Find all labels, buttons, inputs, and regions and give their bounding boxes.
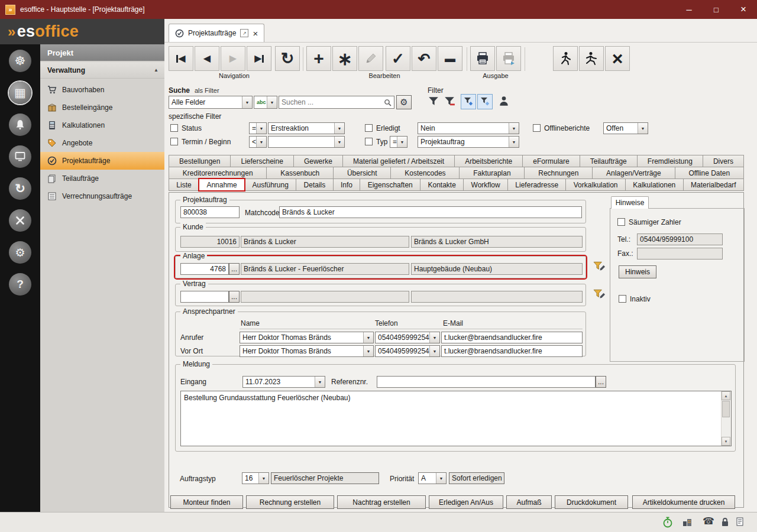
tab-material-geliefert[interactable]: Material geliefert / Arbeitszeit bbox=[342, 155, 455, 167]
nav-prev-button[interactable]: ◀ bbox=[195, 46, 219, 71]
maximize-button[interactable]: □ bbox=[703, 0, 730, 19]
external-link-icon[interactable]: ↗ bbox=[240, 29, 248, 37]
vorort-telefon-select[interactable]: 0540495999254▼ bbox=[375, 345, 440, 357]
vertrag-browse-button[interactable]: ... bbox=[229, 291, 240, 303]
termin-value-select[interactable]: ▼ bbox=[268, 136, 345, 148]
anlage-browse-button[interactable]: ... bbox=[229, 263, 240, 275]
tab-gewerke[interactable]: Gewerke bbox=[293, 155, 343, 167]
monteur-finden-button[interactable]: Monteur finden bbox=[170, 495, 243, 509]
sidebar-item-verrechnungsauftraege[interactable]: Verrechnungsaufträge bbox=[40, 187, 164, 205]
hinweise-tab[interactable]: Hinweise bbox=[611, 196, 649, 209]
tab-kreditorenrechnungen[interactable]: Kreditorenrechnungen bbox=[169, 167, 267, 179]
scroll-down-icon[interactable]: ▼ bbox=[722, 437, 730, 446]
refresh-button[interactable]: ↻ bbox=[275, 46, 300, 71]
undo-button[interactable]: ↶ bbox=[412, 46, 436, 71]
tab-liste[interactable]: Liste bbox=[169, 179, 199, 191]
module-helm-icon[interactable]: ☸ bbox=[9, 50, 31, 72]
anlage-filter-button[interactable] bbox=[593, 261, 606, 274]
tab-kontakte[interactable]: Kontakte bbox=[420, 179, 464, 191]
aufmass-button[interactable]: Aufmaß bbox=[506, 495, 552, 509]
termin-operator-select[interactable]: <▼ bbox=[249, 136, 267, 148]
tab-offline-daten[interactable]: Offline Daten bbox=[675, 167, 744, 179]
module-monitor-icon[interactable] bbox=[9, 145, 31, 168]
module-help-icon[interactable]: ? bbox=[9, 273, 31, 296]
anrufer-email-field[interactable]: t.lucker@braendsandlucker.fire bbox=[441, 332, 583, 343]
cancel-action-button[interactable]: × bbox=[605, 46, 630, 71]
vertrag-filter-button[interactable] bbox=[593, 288, 606, 302]
typ-checkbox[interactable] bbox=[365, 138, 373, 145]
phone-status-icon[interactable]: ☎ bbox=[703, 515, 714, 527]
anrufer-telefon-select[interactable]: 0540495999254▼ bbox=[375, 332, 440, 343]
erledigt-value-select[interactable]: Nein▼ bbox=[418, 122, 519, 134]
vorort-name-select[interactable]: Herr Doktor Thomas Bränds▼ bbox=[240, 345, 374, 357]
offlineberichte-value-select[interactable]: Offen▼ bbox=[603, 122, 648, 134]
rechnung-erstellen-button[interactable]: Rechnung erstellen bbox=[246, 495, 334, 509]
offlineberichte-checkbox[interactable] bbox=[533, 124, 541, 132]
tab-divers[interactable]: Divers bbox=[703, 155, 744, 167]
anrufer-name-select[interactable]: Herr Doktor Thomas Bränds▼ bbox=[240, 332, 374, 343]
referenznr-field[interactable] bbox=[377, 376, 596, 388]
projektauftrag-number-field[interactable]: 800038 bbox=[180, 206, 240, 218]
close-button[interactable]: × bbox=[730, 0, 757, 19]
referenznr-browse-button[interactable]: ... bbox=[596, 376, 606, 388]
chevron-down-icon[interactable]: ▼ bbox=[315, 377, 325, 387]
tab-lieferscheine[interactable]: Lieferscheine bbox=[230, 155, 293, 167]
sidebar-item-bauvorhaben[interactable]: Bauvorhaben bbox=[40, 81, 164, 99]
chevron-down-icon[interactable]: ▼ bbox=[509, 123, 519, 134]
tab-eformulare[interactable]: eFormulare bbox=[522, 155, 580, 167]
chevron-down-icon[interactable]: ▼ bbox=[397, 137, 407, 147]
minimize-button[interactable]: ─ bbox=[675, 0, 703, 19]
filter-favorite-2-toggle[interactable] bbox=[477, 94, 493, 109]
status-value-select[interactable]: Erstreaktion▼ bbox=[268, 122, 345, 134]
tab-info[interactable]: Info bbox=[333, 179, 361, 191]
filter-remove-button[interactable] bbox=[444, 95, 455, 109]
erledigt-checkbox[interactable] bbox=[365, 124, 373, 132]
sidebar-item-projektauftraege[interactable]: Projektaufträge bbox=[40, 152, 164, 170]
tab-workflow[interactable]: Workflow bbox=[463, 179, 508, 191]
module-settings-icon[interactable]: ⚙ bbox=[9, 241, 31, 264]
memo-scrollbar[interactable]: ▲ ▼ bbox=[721, 391, 731, 446]
vorort-email-field[interactable]: t.lucker@braendsandlucker.fire bbox=[441, 345, 583, 357]
chevron-down-icon[interactable]: ▼ bbox=[363, 346, 373, 356]
artikeldokumente-drucken-button[interactable]: Artikeldokumente drucken bbox=[632, 495, 735, 509]
termin-checkbox[interactable] bbox=[170, 138, 178, 145]
typ-value-select[interactable]: Projektauftrag▼ bbox=[418, 136, 519, 148]
saeumiger-zahler-checkbox[interactable] bbox=[617, 218, 625, 226]
branch-office-status-icon[interactable] bbox=[682, 517, 693, 527]
filter-favorite-1-toggle[interactable] bbox=[461, 94, 476, 109]
tab-lieferadresse[interactable]: Lieferadresse bbox=[507, 179, 566, 191]
sidebar-item-bestelleingaenge[interactable]: Bestelleingänge bbox=[40, 99, 164, 116]
hinweis-button[interactable]: Hinweis bbox=[619, 265, 656, 278]
module-sync-icon[interactable]: ↻ bbox=[9, 177, 31, 200]
druckdokument-button[interactable]: Druckdokument bbox=[555, 495, 628, 509]
tab-ausfuehrung[interactable]: Ausführung bbox=[244, 179, 296, 191]
auftragstyp-number-select[interactable]: 16▼ bbox=[242, 472, 269, 484]
chevron-down-icon[interactable]: ▼ bbox=[334, 123, 344, 134]
meldung-text-area[interactable]: Bestellung Grundausstattung Feuerlöscher… bbox=[180, 391, 732, 446]
tab-kassenbuch[interactable]: Kassenbuch bbox=[266, 167, 334, 179]
tab-uebersicht[interactable]: Übersicht bbox=[333, 167, 391, 179]
search-field-select[interactable]: Alle Felder ▼ bbox=[169, 96, 253, 109]
chevron-down-icon[interactable]: ▼ bbox=[256, 137, 266, 147]
tab-eigenschaften[interactable]: Eigenschaften bbox=[360, 179, 420, 191]
search-icon[interactable] bbox=[384, 99, 392, 106]
search-mode-select[interactable]: abc ▼ bbox=[254, 96, 277, 109]
status-checkbox[interactable] bbox=[170, 124, 178, 132]
new-from-template-button[interactable]: ∗ bbox=[332, 46, 357, 71]
chevron-down-icon[interactable]: ▼ bbox=[436, 473, 446, 484]
chevron-down-icon[interactable]: ▼ bbox=[638, 123, 648, 134]
chevron-down-icon[interactable]: ▼ bbox=[363, 332, 373, 343]
chevron-down-icon[interactable]: ▼ bbox=[334, 137, 344, 147]
status-operator-select[interactable]: =▼ bbox=[249, 122, 267, 134]
tab-close-icon[interactable]: × bbox=[253, 28, 258, 38]
edit-record-button[interactable] bbox=[358, 46, 383, 71]
vertrag-number-field[interactable] bbox=[180, 291, 229, 303]
chevron-down-icon[interactable]: ▼ bbox=[429, 346, 439, 356]
tab-teilauftraege[interactable]: Teilaufträge bbox=[580, 155, 638, 167]
sidebar-item-teilauftraege[interactable]: Teilaufträge bbox=[40, 170, 164, 187]
filter-apply-button[interactable] bbox=[428, 95, 439, 109]
nachtrag-erstellen-button[interactable]: Nachtrag erstellen bbox=[337, 495, 426, 509]
tab-kostencodes[interactable]: Kostencodes bbox=[390, 167, 460, 179]
module-project-grid-icon[interactable]: ▦ bbox=[9, 82, 31, 104]
matchcode-field[interactable]: Bränds & Lucker bbox=[279, 206, 582, 218]
